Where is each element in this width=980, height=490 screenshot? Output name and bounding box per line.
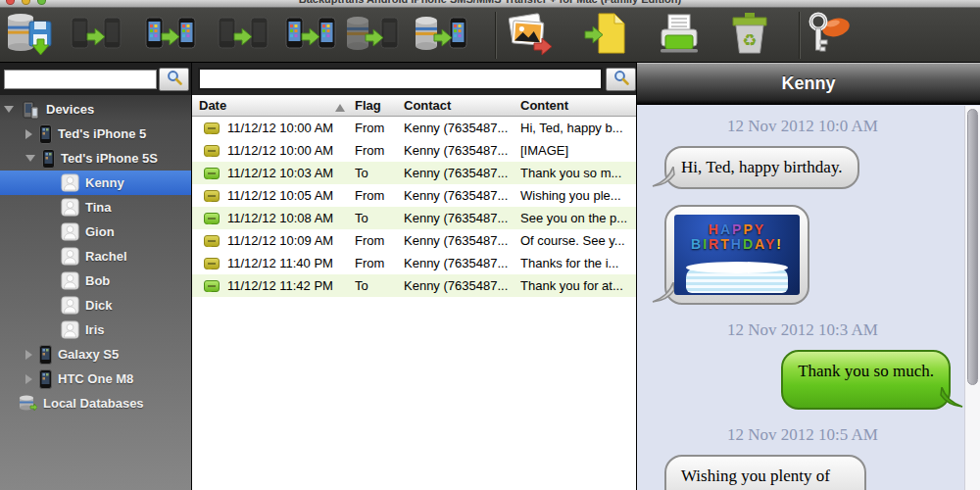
message-content: See you on the p...	[520, 211, 636, 225]
message-row[interactable]: 11/12/12 10:08 AM To Kenny (7635487... S…	[192, 207, 636, 229]
message-content: [IMAGE]	[520, 143, 636, 158]
phone-pair-icon	[283, 14, 338, 57]
birthday-cake	[686, 268, 788, 293]
sidebar-item-ted-s-iphone-5s[interactable]: Ted's iPhone 5S	[0, 146, 191, 171]
message-contact: Kenny (7635487...	[404, 121, 520, 135]
restore-database-to-android-button[interactable]	[345, 10, 400, 61]
iphone-to-android-transfer-button[interactable]	[143, 10, 198, 61]
sidebar-item-ted-s-iphone-5[interactable]: Ted's iPhone 5	[0, 122, 191, 146]
message-row[interactable]: 11/12/12 10:05 AM From Kenny (7635487...…	[192, 184, 636, 207]
android-to-android-transfer-button[interactable]	[69, 10, 123, 61]
sidebar-item-label: Iris	[85, 322, 105, 337]
message-contact: Kenny (7635487...	[404, 188, 520, 203]
chat-bubble-text: Hi, Ted, happy birthday.	[681, 158, 843, 176]
sidebar-item-rachel[interactable]: Rachel	[0, 244, 191, 269]
conversation-body: 12 Nov 2012 10:0 AM Hi, Ted, happy birth…	[637, 106, 964, 490]
print-messages-button[interactable]	[656, 10, 703, 61]
bubble-tail	[652, 167, 675, 187]
message-from-bubble-icon	[204, 190, 220, 202]
databases-icon	[18, 394, 37, 413]
sidebar-item-htc-one-m8[interactable]: HTC One M8	[0, 367, 191, 391]
sidebar-item-local-databases[interactable]: Local Databases	[0, 391, 191, 416]
column-header-flag[interactable]: Flag	[355, 98, 404, 113]
message-row[interactable]: 11/12/12 10:00 AM From Kenny (7635487...…	[192, 139, 636, 162]
sidebar-item-label: Galaxy S5	[58, 347, 119, 362]
message-date: 11/12/12 11:40 PM	[227, 256, 355, 270]
disclosure-collapsed-icon[interactable]	[25, 350, 32, 360]
delete-messages-button[interactable]: ♻	[726, 10, 773, 61]
message-content: Thank you for at...	[520, 278, 636, 293]
message-row[interactable]: 11/12/12 10:09 AM From Kenny (7635487...…	[192, 229, 636, 252]
android-to-iphone-transfer-button[interactable]	[216, 10, 270, 61]
iphone-to-iphone-transfer-button[interactable]	[283, 10, 338, 61]
message-row[interactable]: 11/12/12 11:40 PM From Kenny (7635487...…	[192, 252, 636, 274]
message-from-bubble-icon	[204, 145, 220, 157]
sidebar-item-bob[interactable]: Bob	[0, 269, 191, 293]
message-row[interactable]: 11/12/12 11:42 PM To Kenny (7635487... T…	[192, 274, 636, 297]
disclosure-expanded-icon[interactable]	[25, 155, 35, 162]
message-date: 11/12/12 10:00 AM	[227, 143, 355, 158]
sidebar-item-label: Ted's iPhone 5S	[61, 151, 158, 166]
sidebar-item-devices[interactable]: Devices	[0, 97, 191, 122]
message-contact: Kenny (7635487...	[404, 278, 520, 293]
sidebar-item-kenny[interactable]: Kenny	[0, 171, 191, 195]
mms-birthday-cake-image: HAPPY BIRTHDAY!	[674, 215, 800, 295]
message-flag: To	[355, 211, 404, 225]
toolbar: ♻	[0, 8, 980, 63]
sidebar-item-label: Devices	[46, 102, 94, 117]
restore-database-to-iphone-button[interactable]	[414, 10, 468, 61]
license-key-button[interactable]	[804, 10, 855, 61]
bubble-tail	[940, 387, 963, 408]
sidebar-search-button[interactable]	[159, 68, 189, 91]
search-icon	[167, 70, 182, 89]
export-messages-to-file-button[interactable]	[583, 10, 630, 61]
sidebar-item-gion[interactable]: Gion	[0, 220, 191, 244]
chat-bubble-incoming: Hi, Ted, happy birthday.	[664, 146, 859, 189]
message-date: 11/12/12 10:08 AM	[227, 211, 355, 225]
chat-date-separator: 12 Nov 2012 10:0 AM	[649, 117, 956, 136]
message-to-bubble-icon	[204, 280, 220, 292]
contact-icon	[61, 173, 79, 192]
sidebar-search-input[interactable]	[4, 70, 157, 89]
db-to-phone-icon	[414, 13, 468, 58]
column-header-content[interactable]: Content	[520, 98, 636, 113]
message-contact: Kenny (7635487...	[404, 143, 520, 158]
column-header-contact[interactable]: Contact	[404, 98, 520, 113]
phone-pair-icon	[216, 14, 270, 57]
sidebar-item-tina[interactable]: Tina	[0, 195, 191, 220]
phone-icon	[42, 149, 55, 169]
chat-date-separator: 12 Nov 2012 10:5 AM	[649, 425, 956, 445]
message-table-body: 11/12/12 10:00 AM From Kenny (7635487...…	[192, 117, 636, 297]
message-content: Of course. See y...	[520, 233, 636, 248]
export-photos-button[interactable]	[506, 10, 555, 61]
sidebar-item-label: Gion	[85, 224, 115, 239]
disclosure-expanded-icon[interactable]	[4, 106, 14, 113]
message-row[interactable]: 11/12/12 10:03 AM To Kenny (7635487... T…	[192, 162, 636, 184]
message-date: 11/12/12 10:09 AM	[227, 233, 355, 248]
sort-ascending-icon	[335, 104, 345, 112]
photos-export-icon	[506, 11, 555, 60]
message-flag: To	[355, 166, 404, 180]
sidebar-item-galaxy-s5[interactable]: Galaxy S5	[0, 342, 191, 367]
messages-search-bar	[192, 63, 636, 95]
column-header-date[interactable]: Date	[192, 98, 355, 113]
messages-search-input[interactable]	[198, 68, 603, 90]
messages-search-button[interactable]	[606, 68, 636, 91]
scrollbar-thumb[interactable]	[967, 109, 978, 385]
disclosure-collapsed-icon[interactable]	[25, 374, 32, 384]
sidebar-item-iris[interactable]: Iris	[0, 318, 191, 342]
message-to-bubble-icon	[204, 213, 220, 224]
sidebar-item-dick[interactable]: Dick	[0, 293, 191, 318]
search-icon	[613, 70, 629, 89]
message-row[interactable]: 11/12/12 10:00 AM From Kenny (7635487...…	[192, 117, 636, 139]
message-flag: From	[355, 143, 404, 158]
sidebar-search-bar	[0, 63, 191, 95]
device-sidebar: Devices Ted's iPhone 5 Ted's iPhone 5S K…	[0, 63, 192, 490]
message-date: 11/12/12 10:00 AM	[227, 121, 355, 135]
backup-messages-to-database-button[interactable]	[6, 10, 59, 61]
conversation-scrollbar[interactable]	[964, 106, 980, 490]
message-contact: Kenny (7635487...	[404, 256, 520, 270]
disclosure-collapsed-icon[interactable]	[25, 129, 32, 139]
message-contact: Kenny (7635487...	[404, 166, 520, 180]
phone-pair-icon	[69, 14, 123, 57]
